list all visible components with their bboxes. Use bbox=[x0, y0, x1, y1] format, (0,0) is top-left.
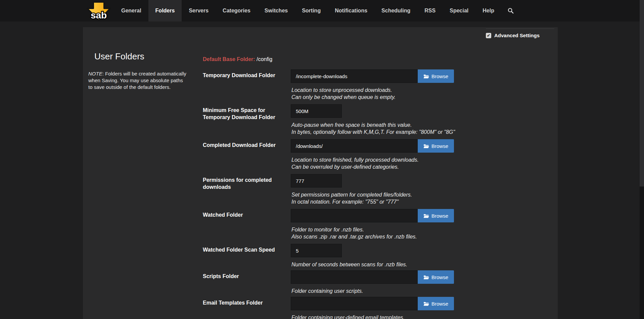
browse-button-label: Browse bbox=[431, 274, 448, 280]
nav-menu: General Folders Servers Categories Switc… bbox=[114, 0, 520, 21]
browse-button[interactable]: Browse bbox=[418, 69, 454, 83]
field-label: Temporary Download Folder bbox=[203, 69, 291, 101]
note-body: : Folders will be created automatically … bbox=[88, 71, 186, 90]
field-label: Email Templates Folder bbox=[203, 297, 291, 319]
form-row-watched-folder: Watched Folder Browse Folder to monitor … bbox=[203, 209, 554, 240]
permissions-input[interactable] bbox=[291, 174, 342, 188]
field-label: Minimum Free Space for Temporary Downloa… bbox=[203, 104, 291, 136]
field-help: Folder containing user scripts. bbox=[291, 287, 554, 295]
field-help: Folder containing user-defined email tem… bbox=[291, 314, 554, 319]
nav-item-scheduling[interactable]: Scheduling bbox=[374, 0, 417, 21]
advanced-settings-toggle: ✔ Advanced Settings bbox=[486, 29, 554, 38]
form-row-completed-download-folder: Completed Download Folder Browse Locatio… bbox=[203, 139, 554, 170]
sab-arrow-logo-icon: sab bbox=[85, 1, 113, 20]
field-label: Completed Download Folder bbox=[203, 139, 291, 170]
search-button[interactable] bbox=[501, 0, 520, 21]
field-help: Folder to monitor for .nzb files. Also s… bbox=[291, 226, 554, 240]
browse-button-label: Browse bbox=[431, 301, 448, 307]
nav-item-help[interactable]: Help bbox=[475, 0, 501, 21]
default-base-folder: Default Base Folder: /config bbox=[203, 56, 554, 63]
nav-item-switches[interactable]: Switches bbox=[258, 0, 295, 21]
folder-open-icon bbox=[423, 144, 429, 148]
field-label: Scripts Folder bbox=[203, 270, 291, 295]
watched-folder-input[interactable] bbox=[291, 209, 418, 222]
minimum-free-space-input[interactable] bbox=[291, 104, 342, 118]
field-label: Watched Folder Scan Speed bbox=[203, 244, 291, 268]
form-row-email-templates-folder: Email Templates Folder Browse Folder con… bbox=[203, 297, 554, 319]
nav-item-rss[interactable]: RSS bbox=[417, 0, 443, 21]
browse-button[interactable]: Browse bbox=[418, 139, 454, 153]
field-help: Set permissions pattern for completed fi… bbox=[291, 191, 554, 205]
nav-item-sorting[interactable]: Sorting bbox=[295, 0, 328, 21]
browse-button-label: Browse bbox=[431, 143, 448, 149]
field-help: Location to store finished, fully proces… bbox=[291, 156, 554, 170]
folders-form: Default Base Folder: /config Temporary D… bbox=[203, 56, 554, 319]
section-note: NOTE: Folders will be created automatica… bbox=[88, 70, 186, 91]
browse-button[interactable]: Browse bbox=[418, 209, 454, 222]
folder-open-icon bbox=[423, 302, 429, 306]
nav-item-folders[interactable]: Folders bbox=[148, 0, 182, 21]
page-scrollbar bbox=[640, 0, 644, 319]
nav-item-categories[interactable]: Categories bbox=[216, 0, 258, 21]
folder-open-icon bbox=[423, 74, 429, 78]
email-templates-folder-input[interactable] bbox=[291, 297, 418, 310]
browse-button[interactable]: Browse bbox=[418, 297, 454, 310]
temporary-download-folder-input[interactable] bbox=[291, 69, 418, 83]
field-label: Watched Folder bbox=[203, 209, 291, 240]
browse-button-label: Browse bbox=[431, 213, 448, 219]
form-row-watched-folder-scan-speed: Watched Folder Scan Speed Number of seco… bbox=[203, 244, 554, 268]
folder-open-icon bbox=[423, 275, 429, 279]
advanced-settings-checkbox[interactable]: ✔ bbox=[486, 33, 491, 38]
form-row-temporary-download-folder: Temporary Download Folder Browse Locatio… bbox=[203, 69, 554, 101]
nav-item-general[interactable]: General bbox=[114, 0, 148, 21]
advanced-settings-label: Advanced Settings bbox=[494, 33, 540, 38]
folder-open-icon bbox=[423, 214, 429, 218]
sabnzbd-logo[interactable]: sab bbox=[85, 0, 113, 21]
search-icon bbox=[508, 8, 514, 14]
field-label: Permissions for completed downloads bbox=[203, 174, 291, 205]
nav-item-notifications[interactable]: Notifications bbox=[328, 0, 374, 21]
nav-item-servers[interactable]: Servers bbox=[182, 0, 216, 21]
field-help: Number of seconds between scans for .nzb… bbox=[291, 261, 554, 268]
browse-button[interactable]: Browse bbox=[418, 270, 454, 284]
nav-item-special[interactable]: Special bbox=[443, 0, 475, 21]
scripts-folder-input[interactable] bbox=[291, 270, 418, 284]
note-prefix: NOTE bbox=[88, 71, 102, 76]
field-help: Auto-pause when free space is beneath th… bbox=[291, 121, 554, 136]
browse-button-label: Browse bbox=[431, 73, 448, 79]
form-row-minimum-free-space: Minimum Free Space for Temporary Downloa… bbox=[203, 104, 554, 136]
svg-text:sab: sab bbox=[91, 10, 107, 20]
top-navbar: sab General Folders Servers Categories S… bbox=[0, 0, 644, 21]
watched-folder-scan-speed-input[interactable] bbox=[291, 244, 342, 257]
field-help: Location to store unprocessed downloads.… bbox=[291, 87, 554, 101]
form-row-scripts-folder: Scripts Folder Browse Folder containing … bbox=[203, 270, 554, 295]
config-folders-panel: ✔ Advanced Settings User Folders NOTE: F… bbox=[83, 27, 558, 319]
section-sidebar: User Folders NOTE: Folders will be creat… bbox=[88, 51, 186, 91]
scrollbar-thumb[interactable] bbox=[640, 0, 644, 187]
form-row-permissions: Permissions for completed downloads Set … bbox=[203, 174, 554, 205]
completed-download-folder-input[interactable] bbox=[291, 139, 418, 153]
default-base-folder-label: Default Base Folder: bbox=[203, 56, 255, 62]
default-base-folder-value: /config bbox=[257, 56, 272, 62]
page-title: User Folders bbox=[94, 51, 186, 62]
